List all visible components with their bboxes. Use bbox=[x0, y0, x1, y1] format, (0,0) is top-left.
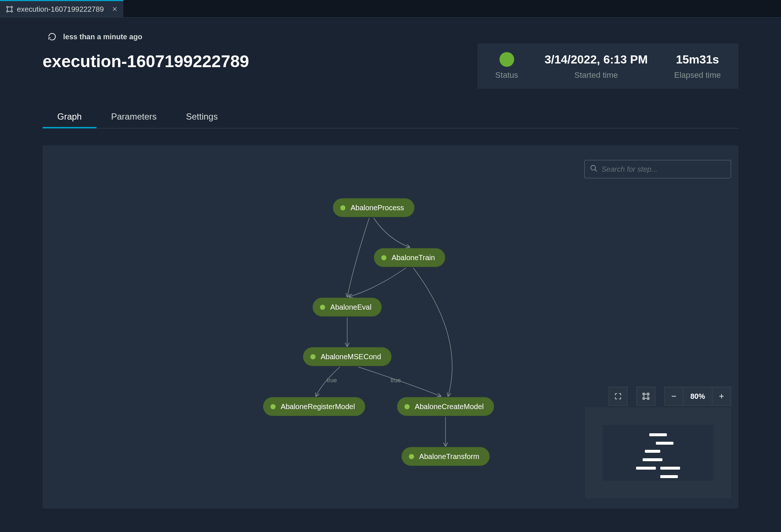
fullscreen-button[interactable] bbox=[609, 387, 628, 406]
status-dot-icon bbox=[404, 404, 410, 409]
graph-node-createmodel[interactable]: AbaloneCreateModel bbox=[397, 397, 494, 416]
started-time-label: Started time bbox=[545, 70, 648, 80]
graph-node-msecond[interactable]: AbaloneMSECond bbox=[303, 347, 392, 366]
status-dot-icon bbox=[270, 404, 276, 409]
status-label: Status bbox=[495, 70, 518, 80]
tab-settings[interactable]: Settings bbox=[171, 106, 233, 128]
graph-panel: AbaloneProcessAbaloneTrainAbaloneEvalAba… bbox=[43, 145, 738, 509]
node-label: AbaloneEval bbox=[330, 303, 371, 311]
svg-point-1 bbox=[11, 6, 12, 8]
node-label: AbaloneProcess bbox=[350, 204, 404, 212]
pipeline-icon bbox=[6, 6, 13, 13]
elapsed-time-label: Elapsed time bbox=[674, 70, 721, 80]
node-label: AbaloneRegisterModel bbox=[281, 402, 355, 411]
fit-button[interactable] bbox=[636, 387, 655, 406]
edge-label: true bbox=[390, 377, 401, 384]
graph-node-transform[interactable]: AbaloneTransform bbox=[402, 447, 490, 466]
status-panel: Status 3/14/2022, 6:13 PM Started time 1… bbox=[477, 43, 738, 89]
tab-bar: execution-1607199222789 ✕ bbox=[0, 0, 781, 18]
tabs-nav: Graph Parameters Settings bbox=[43, 106, 738, 128]
close-icon[interactable]: ✕ bbox=[112, 5, 117, 13]
status-dot-icon bbox=[320, 305, 325, 310]
svg-point-3 bbox=[11, 11, 12, 12]
status-dot-icon bbox=[340, 205, 345, 210]
tab-parameters[interactable]: Parameters bbox=[97, 106, 171, 128]
svg-rect-5 bbox=[644, 394, 648, 398]
tab-title: execution-1607199222789 bbox=[17, 5, 104, 14]
status-indicator bbox=[500, 52, 514, 67]
zoom-in-button[interactable] bbox=[712, 387, 731, 406]
node-label: AbaloneTransform bbox=[419, 452, 479, 461]
edge-label: true bbox=[327, 377, 337, 384]
status-dot-icon bbox=[381, 255, 386, 260]
zoom-level: 80% bbox=[683, 387, 712, 406]
elapsed-time-value: 15m31s bbox=[674, 52, 721, 67]
zoom-controls: 80% bbox=[609, 387, 731, 406]
svg-point-2 bbox=[7, 11, 8, 12]
status-dot-icon bbox=[310, 354, 316, 359]
graph-node-eval[interactable]: AbaloneEval bbox=[313, 298, 382, 317]
zoom-out-button[interactable] bbox=[664, 387, 683, 406]
status-dot-icon bbox=[409, 454, 414, 459]
node-label: AbaloneCreateModel bbox=[415, 402, 484, 411]
tab-execution[interactable]: execution-1607199222789 ✕ bbox=[0, 0, 123, 17]
graph-node-train[interactable]: AbaloneTrain bbox=[374, 248, 445, 267]
tab-graph[interactable]: Graph bbox=[43, 106, 97, 128]
svg-point-0 bbox=[7, 6, 8, 8]
minimap[interactable] bbox=[585, 407, 731, 498]
page-title: execution-1607199222789 bbox=[43, 51, 477, 71]
started-time-value: 3/14/2022, 6:13 PM bbox=[545, 52, 648, 67]
refresh-icon[interactable] bbox=[48, 32, 57, 41]
node-label: AbaloneTrain bbox=[392, 254, 435, 262]
graph-node-register[interactable]: AbaloneRegisterModel bbox=[263, 397, 365, 416]
graph-node-process[interactable]: AbaloneProcess bbox=[333, 198, 414, 217]
node-label: AbaloneMSECond bbox=[321, 353, 381, 361]
refresh-timestamp: less than a minute ago bbox=[63, 33, 142, 41]
